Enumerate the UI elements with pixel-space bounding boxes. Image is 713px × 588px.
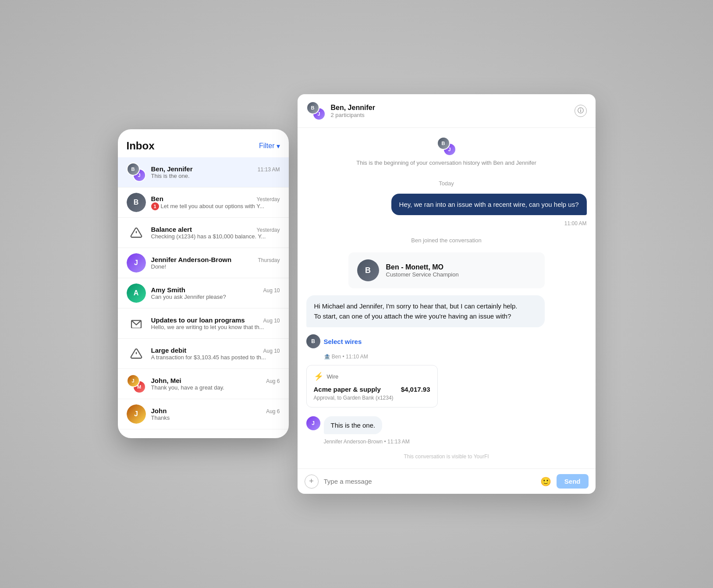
ben-avatar-small: B [306, 334, 320, 348]
inbox-list: B J Ben, Jennifer 11:13 AM This is the o… [118, 157, 289, 429]
avatar: J [127, 404, 146, 424]
chat-footer: + 🙂 Send [298, 468, 596, 494]
list-item[interactable]: Updates to our loan programs Aug 10 Hell… [118, 308, 289, 339]
wire-card[interactable]: ⚡ Wire Acme paper & supply Approval, to … [306, 365, 438, 407]
agent-card: B Ben - Monett, MO Customer Service Cham… [348, 252, 545, 288]
wire-icon: ⚡ [314, 372, 323, 381]
bank-icon: 🏦 [324, 354, 330, 360]
chat-header-avatar: B J [306, 101, 326, 120]
inbox-item-content: Large debit Aug 10 A transaction for $3,… [151, 347, 280, 361]
chat-panel: B J Ben, Jennifer 2 participants ⓘ B J T… [298, 94, 596, 494]
bubble-outgoing: Hey, we ran into an issue with a recent … [391, 194, 587, 215]
inbox-title: Inbox [127, 140, 155, 152]
inbox-item-content: Jennifer Anderson-Brown Thursday Done! [151, 256, 280, 270]
alert-triangle-icon [127, 223, 146, 242]
list-item[interactable]: A Amy Smith Aug 10 Can you ask Jennifer … [118, 278, 289, 308]
jennifer-message-row: J This is the one. [306, 416, 587, 434]
avatar: B J [127, 163, 146, 182]
list-item[interactable]: J John Aug 6 Thanks [118, 399, 289, 429]
chat-header-name: Ben, Jennifer [331, 104, 569, 112]
inbox-header: Inbox Filter ▾ [118, 129, 289, 157]
emoji-button[interactable]: 🙂 [540, 476, 551, 487]
list-item[interactable]: Large debit Aug 10 A transaction for $3,… [118, 339, 289, 369]
list-item[interactable]: B J Ben, Jennifer 11:13 AM This is the o… [118, 157, 289, 188]
chat-header-participants: 2 participants [331, 112, 569, 118]
add-button[interactable]: + [305, 475, 319, 489]
agent-name: Ben - Monett, MO [386, 263, 459, 271]
wire-name: Acme paper & supply [314, 386, 394, 393]
chevron-down-icon: ▾ [277, 142, 280, 150]
wire-name-section: Acme paper & supply Approval, to Garden … [314, 386, 394, 401]
message-input[interactable] [324, 478, 535, 485]
select-wires-meta: 🏦 Ben • 11:10 AM [324, 354, 587, 360]
inbox-item-content: John Aug 6 Thanks [151, 407, 280, 421]
filter-button[interactable]: Filter ▾ [259, 142, 280, 150]
bubble-incoming: Hi Michael and Jennifer, I'm sorry to he… [306, 295, 545, 327]
wire-label: Wire [327, 373, 339, 380]
list-item[interactable]: J Jennifer Anderson-Brown Thursday Done! [118, 248, 289, 278]
conversation-visible: This conversation is visible to YourFI [306, 453, 587, 460]
avatar: A [127, 283, 146, 303]
list-item[interactable]: B Ben Yesterday 1 Let me tell you about … [118, 188, 289, 218]
inbox-item-content: Balance alert Yesterday Checking (x1234)… [151, 226, 280, 240]
join-notice: Ben joined the conversation [306, 237, 587, 244]
wire-details: Approval, to Garden Bank (x1234) [314, 395, 394, 401]
jennifer-bubble: This is the one. [324, 416, 383, 434]
select-wires-button[interactable]: Select wires [324, 338, 362, 345]
inbox-item-content: Ben Yesterday 1 Let me tell you about ou… [151, 195, 280, 210]
history-avatar: B J [437, 137, 456, 156]
incoming-message: Hi Michael and Jennifer, I'm sorry to he… [306, 295, 587, 327]
agent-info: Ben - Monett, MO Customer Service Champi… [386, 263, 459, 278]
history-text: This is the beginning of your conversati… [356, 159, 536, 166]
unread-badge: 1 [151, 202, 159, 210]
outgoing-message: Hey, we ran into an issue with a recent … [306, 194, 587, 215]
chat-header-info: Ben, Jennifer 2 participants [331, 104, 569, 118]
agent-avatar: B [357, 259, 379, 281]
chat-header: B J Ben, Jennifer 2 participants ⓘ [298, 94, 596, 128]
scene: Inbox Filter ▾ B J Ben, Jennifer 11:13 A… [118, 94, 596, 494]
jennifer-meta: Jennifer Anderson-Brown • 11:13 AM [324, 439, 587, 445]
inbox-item-content: Updates to our loan programs Aug 10 Hell… [151, 316, 280, 330]
chat-history-start: B J This is the beginning of your conver… [306, 137, 587, 166]
envelope-icon [127, 314, 146, 333]
mobile-panel: Inbox Filter ▾ B J Ben, Jennifer 11:13 A… [118, 129, 289, 438]
chat-body: B J This is the beginning of your conver… [298, 128, 596, 468]
jennifer-avatar-small: J [306, 416, 320, 430]
list-item[interactable]: J M John, Mei Aug 6 Thank you, have a gr… [118, 369, 289, 399]
wire-amount: $4,017.93 [401, 386, 430, 393]
info-icon[interactable]: ⓘ [575, 105, 587, 117]
send-button[interactable]: Send [557, 474, 589, 489]
wire-card-header: ⚡ Wire [314, 372, 430, 381]
wire-card-body: Acme paper & supply Approval, to Garden … [314, 386, 430, 401]
alert-triangle-icon [127, 344, 146, 363]
avatar: J M [127, 374, 146, 393]
inbox-item-content: Amy Smith Aug 10 Can you ask Jennifer pl… [151, 286, 280, 300]
avatar: J [127, 253, 146, 273]
inbox-item-content: John, Mei Aug 6 Thank you, have a great … [151, 377, 280, 391]
list-item[interactable]: Balance alert Yesterday Checking (x1234)… [118, 218, 289, 248]
agent-title: Customer Service Champion [386, 271, 459, 278]
inbox-item-content: Ben, Jennifer 11:13 AM This is the one. [151, 165, 280, 179]
select-wires-row: B Select wires [306, 334, 587, 348]
avatar: B [127, 193, 146, 212]
day-divider: Today [306, 180, 587, 187]
message-time: 11:00 AM [306, 220, 587, 227]
